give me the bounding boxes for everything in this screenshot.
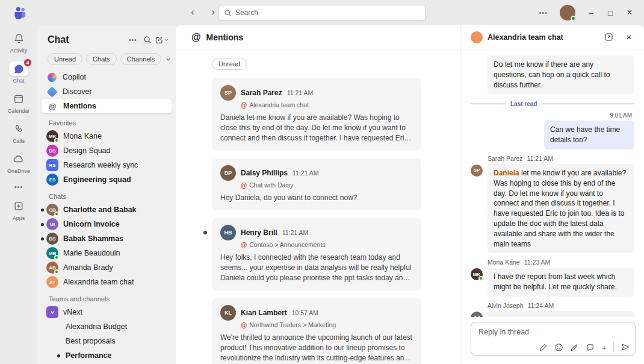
chat-more-button[interactable]: ••• [126, 33, 140, 47]
back-button[interactable]: ‹ [185, 5, 200, 19]
section-teams-and-channels[interactable]: Teams and channels [42, 289, 172, 305]
sidebar-item-label: Copilot [63, 73, 86, 81]
rail-item-activity[interactable]: Activity [0, 28, 37, 58]
sidebar-item-charlotte-and-babak[interactable]: CB Charlotte and Babak [42, 202, 172, 217]
mention-card-daisy-phillips[interactable]: DP Daisy Phillips 11:21 AM @ Chat with D… [212, 158, 421, 210]
sidebar-item-design-squad[interactable]: DS Design Squad [42, 143, 172, 158]
filter-channels[interactable]: Channels [120, 53, 161, 65]
sidebar-item-performance[interactable]: Performance [42, 348, 172, 363]
message: MK I have the report from last week whic… [471, 268, 634, 297]
sidebar-item-copilot[interactable]: Copilot [42, 70, 172, 84]
mention-highlight[interactable]: Daniela [494, 169, 519, 177]
reply-composer[interactable]: + [471, 322, 636, 356]
timestamp: 11:21 AM [287, 89, 314, 96]
sender-name: Daisy Phillips [241, 169, 288, 177]
sidebar-item-amanda-brady[interactable]: AB Amanda Brady [42, 260, 172, 275]
minimize-button[interactable]: – [581, 0, 601, 25]
filter-chats[interactable]: Chats [86, 53, 117, 65]
avatar: BS [46, 233, 58, 245]
message-bubble: Do let me know if there are any question… [488, 55, 634, 94]
avatar: AB [46, 262, 58, 274]
rail-item-calls[interactable]: Calls [0, 118, 37, 148]
avatar: UI [46, 218, 58, 230]
mention-card-sarah-parez[interactable]: SP Sarah Parez 11:21 AM @ Alexandria tea… [212, 78, 421, 151]
apps-icon [9, 199, 28, 213]
presence-indicator [54, 212, 59, 216]
titlebar-more-button[interactable]: ••• [533, 9, 554, 16]
rail-label: Calls [13, 138, 25, 144]
avatar: AT [46, 276, 58, 288]
rail-more-button[interactable]: ••• [14, 178, 23, 195]
sidebar-item-babak-shammas[interactable]: BS Babak Shammas [42, 231, 172, 246]
sidebar-item-label: Performance [66, 351, 111, 360]
sidebar-item-best-proposals[interactable]: Best proposals [42, 334, 172, 348]
user-avatar[interactable] [560, 5, 575, 20]
ai-compose-icon[interactable] [570, 343, 579, 352]
sidebar-item-unicorn-invoice[interactable]: UI Unicorn invoice [42, 217, 172, 231]
mention-card-kian-lambert[interactable]: KL Kian Lambert 10:57 AM @ Northwind Tra… [212, 298, 421, 364]
message-preview: Hey Daniela, do you want to connect now? [220, 193, 413, 203]
search-icon [224, 9, 232, 17]
avatar: RS [46, 159, 58, 171]
global-search[interactable] [218, 5, 426, 20]
sidebar-item-discover[interactable]: Discover [42, 84, 172, 99]
chat-unread-badge: 4 [23, 58, 32, 67]
author-name: Alvin Joseph [488, 302, 524, 309]
chat-search-button[interactable] [140, 33, 155, 47]
open-in-window-icon[interactable] [601, 30, 616, 45]
sidebar-item-engineering-squad[interactable]: ES Engineering squad [42, 172, 172, 187]
sidebar-item-label: vNext [63, 308, 82, 316]
rail-item-apps[interactable]: Apps [0, 195, 37, 225]
sidebar-item-alexandria-team-chat[interactable]: AT Alexandria team chat [42, 275, 172, 289]
filter-unread[interactable]: Unread [48, 53, 82, 65]
mention-context: Chat with Daisy [249, 181, 293, 189]
message-bubble: I have the report from last week which m… [488, 268, 634, 297]
emoji-icon[interactable] [554, 343, 563, 352]
author-name: Sarah Parez [488, 155, 522, 162]
sidebar-item-research-weekly-sync[interactable]: RS Research weekly sync [42, 158, 172, 172]
sidebar-item-alexandria-budget[interactable]: Alexandria Budget [42, 319, 172, 334]
reply-input[interactable] [471, 322, 635, 342]
avatar: ES [46, 174, 58, 186]
sidebar-item-mona-kane[interactable]: MK Mona Kane [42, 129, 172, 143]
unread-dot [41, 223, 44, 226]
copilot-icon [48, 73, 57, 82]
send-icon[interactable] [621, 342, 630, 352]
unread-dot [57, 354, 60, 357]
last-read-label: Last read [510, 101, 537, 107]
sidebar-item-label: Amanda Brady [63, 263, 113, 272]
close-thread-button[interactable]: × [621, 30, 637, 45]
avatar: MB [46, 247, 58, 259]
thread-panel: Alexandria team chat × Do let me know if… [461, 25, 644, 364]
mention-context: Contoso > Announcements [249, 241, 325, 248]
sticker-icon[interactable] [586, 343, 595, 352]
section-chats[interactable]: Chats [42, 187, 172, 202]
timestamp: 9:01 AM [610, 112, 632, 119]
avatar: HB [220, 225, 236, 240]
sidebar-item-label: Babak Shammas [63, 234, 123, 243]
sidebar-item-marie-beaudouin[interactable]: MB Marie Beaudouin [42, 246, 172, 260]
rail-item-calendar[interactable]: Calendar [0, 88, 37, 118]
section-favorites[interactable]: Favorites [42, 113, 172, 129]
new-chat-button[interactable] [155, 33, 169, 47]
search-input[interactable] [235, 8, 420, 17]
sidebar-item-mentions[interactable]: @ Mentions [42, 99, 172, 113]
close-button[interactable]: × [620, 0, 639, 25]
filters-collapse-chevron[interactable] [165, 56, 172, 63]
mentions-unread-filter[interactable]: Unread [212, 58, 247, 70]
rail-item-onedrive[interactable]: OneDrive [0, 148, 37, 178]
mention-card-henry-brill[interactable]: HB Henry Brill 11:21 AM @ Contoso > Anno… [212, 218, 421, 290]
chevron-down-icon [164, 37, 169, 43]
cloud-icon [9, 152, 28, 166]
author-name: Mona Kane [488, 259, 520, 266]
sidebar-item-vnext[interactable]: V vNext [42, 305, 172, 319]
unread-dot [41, 209, 44, 212]
sidebar-item-label: Mona Kane [63, 132, 102, 140]
format-icon[interactable] [539, 343, 548, 352]
maximize-button[interactable]: □ [601, 0, 620, 25]
avatar: MK [46, 130, 58, 142]
avatar: DS [46, 145, 58, 157]
rail-item-chat[interactable]: 4 Chat [0, 58, 37, 88]
sidebar-item-label: Marie Beaudouin [63, 249, 120, 257]
plus-icon[interactable]: + [601, 343, 607, 352]
